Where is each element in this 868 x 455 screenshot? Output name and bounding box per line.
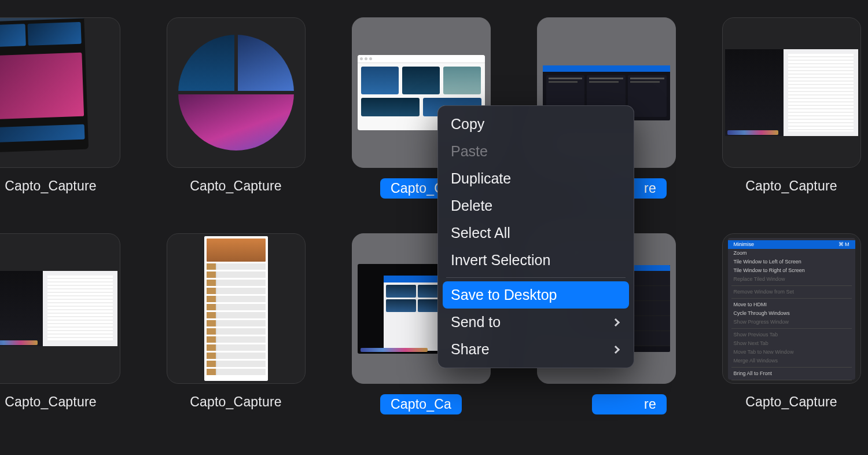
capture-item[interactable]: Capto_Capture — [165, 233, 307, 414]
item-label: Capto_Capture — [5, 178, 97, 194]
menu-item-invert-selection[interactable]: Invert Selection — [438, 247, 634, 274]
menu-item-send-to[interactable]: Send to — [438, 309, 634, 336]
thumbnail — [167, 233, 306, 384]
menu-item-delete[interactable]: Delete — [438, 192, 634, 219]
chevron-right-icon — [612, 318, 620, 326]
item-label: Capto_Capture — [190, 178, 282, 194]
capture-item[interactable]: Capto_Capture — [0, 233, 122, 414]
item-label: Capto_Capture — [190, 394, 282, 410]
menu-item-share[interactable]: Share — [438, 336, 634, 363]
menu-item-select-all[interactable]: Select All — [438, 219, 634, 247]
capture-item[interactable]: Minimise⌘ M Zoom Tile Window to Left of … — [720, 233, 862, 414]
item-label: Capto_Capture — [745, 178, 837, 194]
capture-item[interactable]: Capto_Capture — [0, 17, 122, 199]
chevron-right-icon — [612, 345, 620, 353]
thumbnail — [167, 17, 306, 168]
thumbnail: Minimise⌘ M Zoom Tile Window to Left of … — [722, 233, 861, 384]
menu-item-paste: Paste — [438, 138, 634, 165]
context-menu: Copy Paste Duplicate Delete Select All I… — [437, 105, 634, 368]
item-label: Capto_Capture — [5, 394, 97, 410]
thumbnail — [0, 233, 120, 384]
item-label: Capto_Ca — [380, 394, 462, 414]
menu-item-copy[interactable]: Copy — [438, 111, 634, 138]
item-label: Capto_Capture — [745, 394, 837, 410]
thumbnail — [722, 17, 861, 168]
menu-item-duplicate[interactable]: Duplicate — [438, 165, 634, 192]
item-label: re — [592, 394, 667, 414]
thumbnail-grid: Capto_Capture Capto_Capture Capto_Ca — [0, 0, 868, 432]
thumbnail — [0, 17, 120, 168]
capture-item[interactable]: Capto_Capture — [165, 17, 307, 199]
menu-item-save-to-desktop[interactable]: Save to Desktop — [443, 281, 629, 309]
capture-item[interactable]: Capto_Capture — [720, 17, 862, 199]
